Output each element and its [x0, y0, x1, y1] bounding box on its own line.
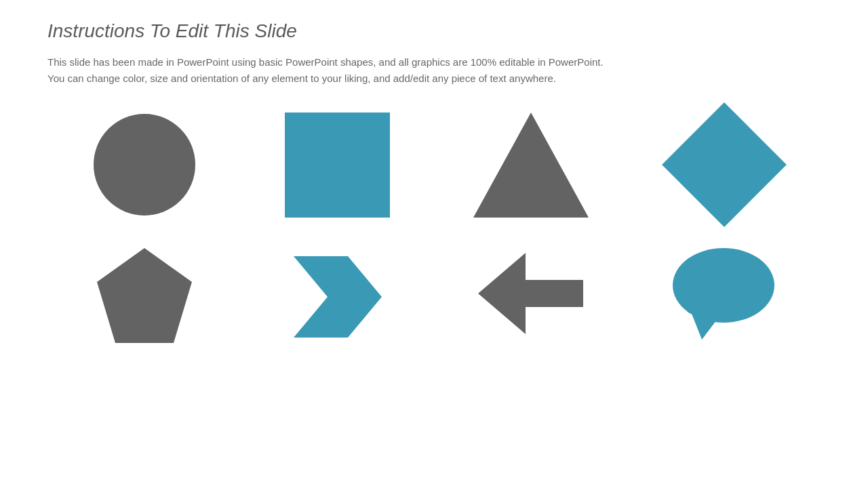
square-shape	[285, 113, 390, 218]
shapes-container	[47, 107, 821, 351]
svg-marker-2	[478, 253, 583, 334]
shape-cell-square	[243, 107, 433, 222]
shape-cell-arrow-left	[436, 236, 626, 351]
speech-bubble-shape	[671, 246, 776, 341]
svg-point-3	[673, 248, 774, 323]
slide-title: Instructions To Edit This Slide	[47, 20, 821, 42]
svg-marker-0	[97, 248, 192, 343]
circle-shape	[94, 114, 195, 216]
arrow-left-shape	[478, 253, 583, 334]
shape-cell-diamond	[629, 107, 819, 222]
shapes-row-1	[47, 107, 821, 222]
svg-marker-4	[692, 314, 719, 340]
triangle-shape	[473, 113, 589, 218]
description-line2: You can change color, size and orientati…	[47, 73, 556, 84]
slide-description: This slide has been made in PowerPoint u…	[47, 54, 821, 87]
pentagon-shape	[94, 245, 195, 343]
shape-cell-speech-bubble	[629, 236, 819, 351]
shapes-row-2	[47, 236, 821, 351]
shape-cell-chevron	[243, 236, 433, 351]
shape-cell-triangle	[436, 107, 626, 222]
diamond-shape	[662, 102, 787, 227]
shape-cell-pentagon	[50, 236, 239, 351]
slide: Instructions To Edit This Slide This sli…	[0, 0, 868, 488]
chevron-shape	[294, 256, 382, 331]
shape-cell-circle	[50, 107, 239, 222]
description-line1: This slide has been made in PowerPoint u…	[47, 56, 604, 68]
svg-marker-1	[294, 256, 382, 338]
